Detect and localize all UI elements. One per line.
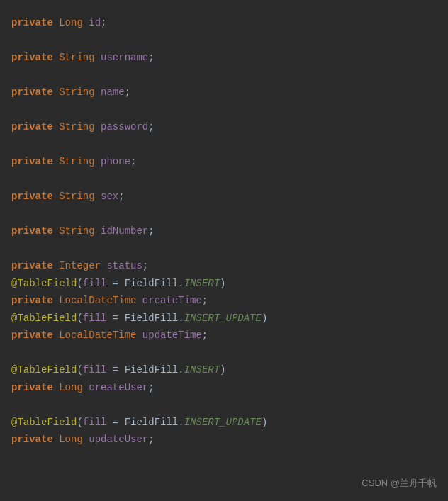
code-token: String — [59, 52, 101, 63]
code-token: createUser — [89, 382, 148, 393]
code-token: private — [11, 191, 59, 202]
code-token: status — [106, 260, 142, 271]
code-token: ) — [220, 364, 225, 376]
code-line — [11, 344, 437, 362]
code-token: String — [59, 225, 101, 237]
code-token: ) — [262, 313, 267, 324]
code-token: INSERT — [184, 364, 220, 376]
code-token: @TableField — [11, 417, 77, 428]
code-token: fill — [83, 364, 107, 376]
code-block: private Long id; private String username… — [11, 14, 437, 449]
code-line: private String phone; — [11, 153, 437, 171]
code-token: ; — [118, 191, 124, 202]
code-line: @TableField(fill = FieldFill.INSERT) — [11, 361, 437, 379]
code-token: @TableField — [11, 313, 77, 324]
code-line — [11, 396, 437, 414]
code-token: ( — [77, 364, 82, 376]
watermark: CSDN @兰舟千帆 — [362, 476, 437, 491]
code-line — [11, 171, 437, 188]
code-token: private — [11, 295, 59, 306]
code-line: private LocalDateTime updateTime; — [11, 327, 437, 344]
code-token: = — [106, 364, 124, 376]
code-token: = — [106, 313, 124, 324]
code-token: Long — [59, 434, 89, 445]
code-token: private — [11, 382, 59, 393]
code-token: . — [178, 364, 184, 376]
code-token: Long — [59, 17, 89, 28]
code-token: FieldFill — [125, 364, 179, 376]
code-token: private — [11, 121, 59, 133]
code-token: Long — [59, 382, 89, 393]
code-token: name — [101, 86, 125, 98]
code-token: LocalDateTime — [59, 330, 142, 341]
code-line: private String username; — [11, 49, 437, 67]
code-line — [11, 67, 437, 84]
code-token: ( — [77, 417, 82, 428]
code-line — [11, 206, 437, 223]
code-token: INSERT_UPDATE — [184, 417, 262, 428]
code-token: password — [101, 121, 148, 133]
code-token: String — [59, 191, 101, 202]
code-token: = — [106, 417, 124, 428]
code-line: private Long createUser; — [11, 379, 437, 397]
code-token: . — [178, 278, 184, 289]
code-line: @TableField(fill = FieldFill.INSERT_UPDA… — [11, 414, 437, 432]
code-token: . — [178, 313, 184, 324]
code-line — [11, 240, 437, 258]
code-line: private String idNumber; — [11, 223, 437, 240]
code-token: @TableField — [11, 278, 77, 289]
code-line: private String sex; — [11, 188, 437, 206]
code-token: ( — [77, 278, 82, 289]
code-token: LocalDateTime — [59, 295, 142, 306]
code-token: private — [11, 330, 59, 341]
code-line: private Long updateUser; — [11, 431, 437, 449]
code-token: ) — [220, 278, 225, 289]
code-token: ; — [202, 330, 208, 341]
code-line: private LocalDateTime createTime; — [11, 292, 437, 310]
code-token: private — [11, 86, 59, 98]
code-editor: private Long id; private String username… — [0, 0, 448, 501]
code-token: . — [178, 417, 184, 428]
code-token: id — [89, 17, 101, 28]
code-token: ( — [77, 313, 82, 324]
code-line: private Long id; — [11, 14, 437, 32]
code-line — [11, 101, 437, 119]
code-token: ; — [101, 17, 106, 28]
code-token: ; — [148, 225, 154, 237]
code-token: ; — [148, 434, 154, 445]
code-token: ) — [262, 417, 267, 428]
code-line: private String password; — [11, 118, 437, 136]
code-token: private — [11, 52, 59, 63]
code-line — [11, 32, 437, 50]
code-line — [11, 136, 437, 154]
code-token: private — [11, 17, 59, 28]
code-token: idNumber — [101, 225, 148, 237]
code-token: updateUser — [89, 434, 148, 445]
code-token: createTime — [142, 295, 202, 306]
code-line: @TableField(fill = FieldFill.INSERT_UPDA… — [11, 310, 437, 327]
code-token: String — [59, 156, 101, 167]
code-token: FieldFill — [125, 313, 179, 324]
code-token: String — [59, 86, 101, 98]
code-token: private — [11, 434, 59, 445]
code-token: private — [11, 225, 59, 237]
code-token: = — [106, 278, 124, 289]
code-token: phone — [101, 156, 130, 167]
code-token: username — [101, 52, 148, 63]
code-token: ; — [148, 121, 154, 133]
code-token: ; — [130, 156, 136, 167]
code-token: fill — [83, 313, 107, 324]
code-token: sex — [101, 191, 118, 202]
code-token: ; — [148, 52, 154, 63]
code-token: updateTime — [142, 330, 202, 341]
code-token: fill — [83, 278, 107, 289]
code-token: INSERT_UPDATE — [184, 313, 262, 324]
code-token: private — [11, 260, 59, 271]
code-line: private Integer status; — [11, 257, 437, 275]
code-token: Integer — [59, 260, 106, 271]
code-token: INSERT — [184, 278, 220, 289]
code-token: ; — [148, 382, 154, 393]
code-line: @TableField(fill = FieldFill.INSERT) — [11, 275, 437, 293]
code-token: ; — [202, 295, 208, 306]
code-token: @TableField — [11, 364, 77, 376]
